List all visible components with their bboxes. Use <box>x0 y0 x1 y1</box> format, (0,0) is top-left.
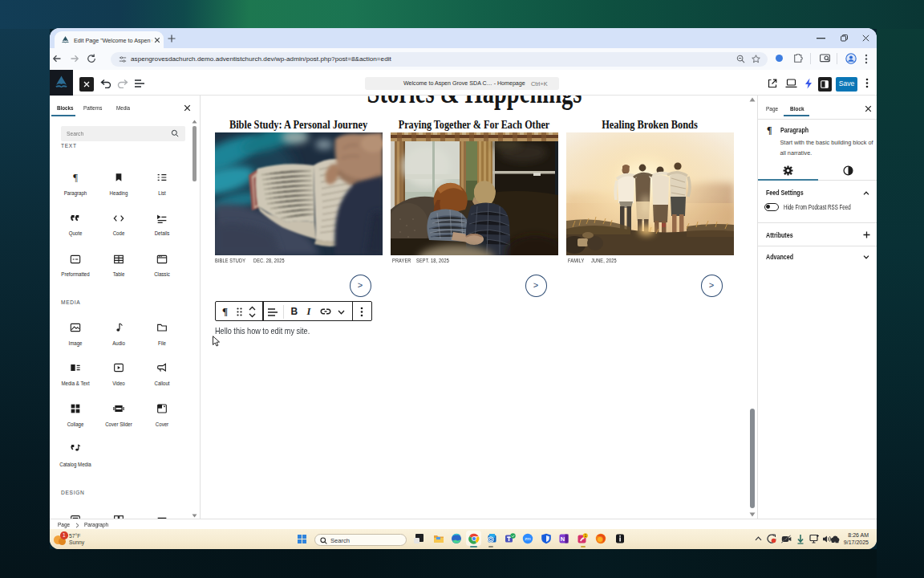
svg-text:1: 1 <box>584 534 586 538</box>
svg-text:¶: ¶ <box>73 172 78 183</box>
svg-text:zm: zm <box>525 536 531 541</box>
svg-text:N: N <box>561 535 565 543</box>
